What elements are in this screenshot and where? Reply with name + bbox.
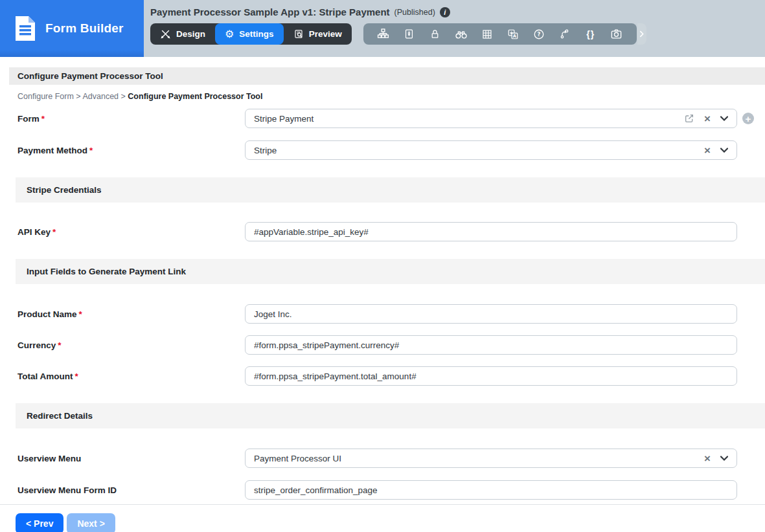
total-amount-field-row: Total Amount* <box>17 366 737 386</box>
tab-preview-label: Preview <box>309 29 342 39</box>
userview-menu-field-row: Userview Menu Payment Processor UI × <box>17 449 737 468</box>
form-builder-logo[interactable]: Form Builder <box>0 0 144 57</box>
api-key-field-row: API Key* <box>17 222 737 241</box>
section-input-fields: Input Fields to Generate Payment Link <box>16 259 765 284</box>
git-branch-icon[interactable] <box>552 23 578 45</box>
lock-icon[interactable] <box>422 23 448 45</box>
required-marker: * <box>74 371 78 381</box>
prev-button[interactable]: < Prev <box>16 513 63 532</box>
binoculars-icon[interactable] <box>448 23 474 45</box>
required-marker: * <box>89 146 93 155</box>
userview-menu-label: Userview Menu <box>17 454 245 463</box>
svg-text:A: A <box>512 34 516 39</box>
required-marker: * <box>41 114 45 124</box>
currency-field-row: Currency* <box>17 335 737 355</box>
builder-toolbar: A ? <box>363 23 637 45</box>
form-select-value: Stripe Payment <box>254 114 684 124</box>
section-stripe-credentials: Stripe Credentials <box>16 177 765 203</box>
tab-design[interactable]: Design <box>150 23 215 45</box>
design-icon <box>160 28 171 39</box>
userview-menu-form-id-label: Userview Menu Form ID <box>17 485 245 495</box>
payment-method-field-row: Payment Method* Stripe × <box>17 140 737 160</box>
camera-icon[interactable] <box>604 23 630 45</box>
required-marker: * <box>79 309 82 319</box>
clear-icon[interactable]: × <box>704 113 711 124</box>
clear-icon[interactable]: × <box>704 145 711 156</box>
form-properties-icon[interactable] <box>396 23 422 45</box>
total-amount-input[interactable] <box>245 366 737 386</box>
api-key-input[interactable] <box>245 222 737 241</box>
userview-menu-select[interactable]: Payment Processor UI × <box>245 449 737 468</box>
payment-method-label: Payment Method* <box>17 146 245 155</box>
tab-design-label: Design <box>176 29 205 39</box>
grid-icon[interactable] <box>474 23 500 45</box>
api-key-label: API Key* <box>17 227 245 237</box>
breadcrumb-current: Configure Payment Processor Tool <box>128 92 262 101</box>
open-form-icon[interactable] <box>684 113 694 124</box>
chevron-down-icon[interactable] <box>720 148 728 153</box>
breadcrumb-configure-form[interactable]: Configure Form <box>17 92 74 101</box>
sitemap-icon[interactable] <box>371 23 396 45</box>
payment-method-select[interactable]: Stripe × <box>245 140 737 160</box>
required-marker: * <box>58 340 61 350</box>
total-amount-label: Total Amount* <box>17 371 245 381</box>
breadcrumb-advanced[interactable]: Advanced <box>82 92 119 101</box>
tab-settings-label: Settings <box>239 29 273 39</box>
help-icon[interactable]: ? <box>526 23 552 45</box>
preview-icon <box>293 28 304 39</box>
translate-icon[interactable]: A <box>500 23 526 45</box>
form-field-label: Form* <box>17 114 245 124</box>
more-chevron-icon[interactable] <box>637 23 646 45</box>
svg-text:?: ? <box>537 31 540 38</box>
userview-menu-select-value: Payment Processor UI <box>254 454 704 463</box>
chevron-down-icon[interactable] <box>720 116 728 121</box>
logo-title: Form Builder <box>45 21 124 36</box>
app-header: Form Builder Payment Processor Sample Ap… <box>0 0 765 57</box>
form-field-row: Form* Stripe Payment × + <box>17 109 737 128</box>
braces-icon[interactable]: {} <box>578 23 604 45</box>
config-section-title: Configure Payment Processor Tool <box>9 67 765 85</box>
published-badge: (Published) <box>394 8 435 17</box>
currency-input[interactable] <box>245 335 737 355</box>
wizard-footer: < Prev Next > <box>0 504 765 532</box>
next-button[interactable]: Next > <box>67 513 115 532</box>
form-select[interactable]: Stripe Payment × <box>245 109 737 128</box>
breadcrumb: Configure Form > Advanced > Configure Pa… <box>17 92 765 101</box>
tab-preview[interactable]: Preview <box>284 23 352 45</box>
product-name-input[interactable] <box>245 304 737 324</box>
builder-tab-group: Design ⚙ Settings Preview <box>150 23 352 45</box>
required-marker: * <box>52 227 56 237</box>
clear-icon[interactable]: × <box>704 453 711 464</box>
info-icon[interactable]: i <box>440 7 450 17</box>
userview-menu-form-id-input[interactable] <box>245 480 737 500</box>
settings-gear-icon: ⚙ <box>225 29 234 39</box>
add-form-button[interactable]: + <box>742 113 754 124</box>
product-name-label: Product Name* <box>17 309 245 319</box>
payment-method-select-value: Stripe <box>254 146 704 155</box>
chevron-down-icon[interactable] <box>720 456 728 461</box>
tab-settings[interactable]: ⚙ Settings <box>215 23 284 45</box>
document-icon <box>16 16 35 41</box>
currency-label: Currency* <box>17 340 245 350</box>
page-title: Payment Processor Sample App v1: Stripe … <box>150 6 390 17</box>
userview-menu-form-id-field-row: Userview Menu Form ID <box>17 480 737 500</box>
section-redirect-details: Redirect Details <box>16 403 765 428</box>
product-name-field-row: Product Name* <box>17 304 737 324</box>
